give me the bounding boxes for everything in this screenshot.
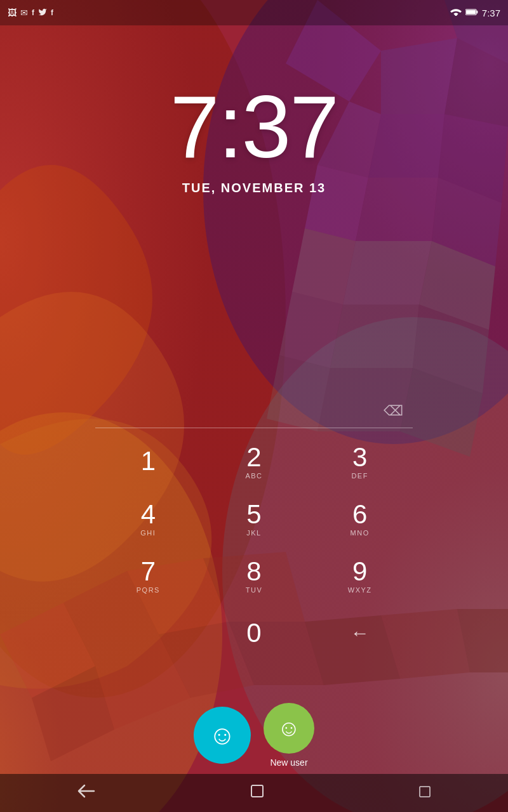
facebook2-icon: f [51, 8, 53, 17]
backspace-icon: ← [351, 622, 370, 644]
key-4[interactable]: 4 GHI [95, 490, 201, 547]
keypad-bottom: 0 ← [95, 605, 413, 662]
key-empty [95, 605, 201, 662]
svg-marker-34 [457, 609, 508, 672]
svg-rect-37 [466, 10, 476, 14]
key-5[interactable]: 5 JKL [201, 490, 307, 547]
key-6[interactable]: 6 MNO [307, 490, 413, 547]
svg-marker-20 [413, 304, 489, 393]
gallery-icon: 🖼 [8, 8, 17, 18]
key-3-letters: DEF [351, 472, 368, 480]
user-new[interactable]: ☺ New user [264, 703, 314, 768]
users-area: ☺ ☺ New user [0, 703, 508, 768]
key-backspace[interactable]: ← [307, 605, 413, 662]
key-3[interactable]: 3 DEF [307, 433, 413, 490]
key-7[interactable]: 7 PQRS [95, 547, 201, 605]
status-bar-left: 🖼 ✉ f f [8, 8, 450, 18]
nav-back-button[interactable] [58, 778, 114, 808]
key-8-letters: TUV [246, 586, 263, 594]
nav-bar [0, 774, 508, 812]
key-2[interactable]: 2 ABC [201, 433, 307, 490]
svg-marker-17 [419, 241, 495, 330]
user-primary[interactable]: ☺ [194, 707, 251, 768]
clock-area: 7:37 TUE, NOVEMBER 13 [0, 82, 508, 195]
svg-marker-24 [0, 603, 95, 698]
svg-rect-39 [420, 787, 430, 797]
svg-marker-15 [292, 228, 356, 304]
twitter-icon [38, 8, 47, 18]
key-0-num: 0 [246, 620, 261, 646]
svg-marker-18 [279, 292, 343, 368]
facebook-icon: f [32, 8, 34, 17]
key-2-letters: ABC [245, 472, 262, 480]
key-9-num: 9 [352, 558, 367, 585]
pin-input-row: ⌫ [95, 400, 413, 428]
nav-recents-button[interactable] [400, 778, 450, 808]
key-5-num: 5 [246, 501, 261, 528]
key-8[interactable]: 8 TUV [201, 547, 307, 605]
key-5-letters: JKL [246, 529, 261, 537]
pin-backspace-top[interactable]: ⌫ [380, 400, 406, 422]
pin-area: ⌫ 1 2 ABC 3 DEF 4 GHI 5 JKL 6 MNO [95, 400, 413, 662]
email-icon: ✉ [20, 8, 28, 18]
user-new-icon: ☺ [277, 715, 301, 742]
key-4-num: 4 [141, 501, 156, 528]
key-2-num: 2 [246, 444, 261, 471]
keypad: 1 2 ABC 3 DEF 4 GHI 5 JKL 6 MNO 7 PQRS [95, 433, 413, 605]
nav-home-button[interactable] [231, 778, 283, 808]
key-1-num: 1 [141, 448, 156, 475]
svg-rect-36 [476, 11, 478, 13]
key-8-num: 8 [246, 558, 261, 585]
user-primary-icon: ☺ [209, 720, 236, 750]
key-3-num: 3 [352, 444, 367, 471]
user-new-label: New user [270, 757, 307, 768]
key-1[interactable]: 1 [95, 433, 201, 490]
svg-marker-16 [343, 241, 432, 304]
pin-divider [95, 428, 413, 428]
status-bar-right: 7:37 [450, 7, 500, 18]
key-4-letters: GHI [140, 529, 156, 537]
clock-date: TUE, NOVEMBER 13 [0, 181, 508, 195]
key-0[interactable]: 0 [201, 605, 307, 662]
clock-time: 7:37 [0, 82, 508, 171]
key-6-letters: MNO [351, 529, 370, 537]
key-9-letters: WXYZ [348, 586, 372, 594]
svg-marker-19 [330, 304, 419, 368]
key-7-letters: PQRS [137, 586, 160, 594]
status-bar: 🖼 ✉ f f 7:37 [0, 0, 508, 25]
key-7-num: 7 [141, 558, 156, 585]
wifi-icon [450, 7, 462, 18]
svg-rect-38 [251, 785, 263, 797]
status-bar-time: 7:37 [482, 8, 500, 18]
user-primary-avatar: ☺ [194, 707, 251, 764]
key-6-num: 6 [352, 501, 367, 528]
battery-icon [465, 7, 478, 18]
svg-point-2 [203, 0, 508, 444]
user-new-avatar: ☺ [264, 703, 314, 754]
key-9[interactable]: 9 WXYZ [307, 547, 413, 605]
